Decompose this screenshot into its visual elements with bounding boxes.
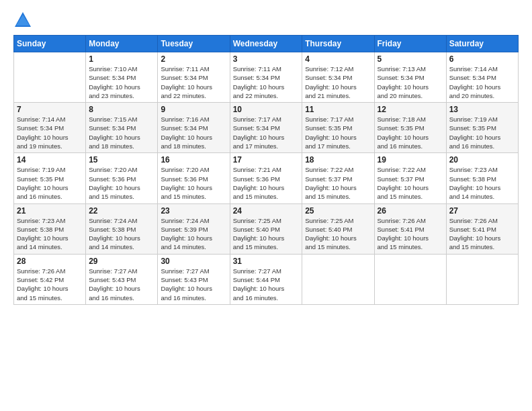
day-info: Sunrise: 7:14 AMSunset: 5:34 PMDaylight:… (449, 64, 515, 100)
week-row-3: 14Sunrise: 7:19 AMSunset: 5:35 PMDayligh… (14, 153, 519, 203)
day-header-saturday: Saturday (446, 36, 518, 52)
day-info: Sunrise: 7:14 AMSunset: 5:34 PMDaylight:… (17, 115, 83, 150)
svg-marker-1 (16, 15, 30, 26)
day-header-sunday: Sunday (14, 36, 86, 52)
day-info: Sunrise: 7:27 AMSunset: 5:43 PMDaylight:… (89, 267, 154, 302)
day-info: Sunrise: 7:26 AMSunset: 5:42 PMDaylight:… (17, 267, 83, 302)
day-cell (302, 254, 374, 304)
day-cell: 7Sunrise: 7:14 AMSunset: 5:34 PMDaylight… (14, 103, 86, 153)
day-header-thursday: Thursday (302, 36, 374, 52)
day-cell: 13Sunrise: 7:19 AMSunset: 5:35 PMDayligh… (446, 103, 518, 153)
day-cell: 8Sunrise: 7:15 AMSunset: 5:34 PMDaylight… (86, 103, 158, 153)
day-number: 2 (161, 54, 226, 64)
day-info: Sunrise: 7:21 AMSunset: 5:36 PMDaylight:… (233, 165, 300, 201)
day-number: 30 (161, 257, 226, 266)
day-number: 24 (233, 206, 300, 216)
day-cell: 22Sunrise: 7:24 AMSunset: 5:38 PMDayligh… (86, 203, 158, 254)
day-info: Sunrise: 7:23 AMSunset: 5:38 PMDaylight:… (449, 165, 515, 201)
day-number: 27 (449, 206, 515, 216)
day-cell: 31Sunrise: 7:27 AMSunset: 5:44 PMDayligh… (230, 254, 302, 304)
day-info: Sunrise: 7:26 AMSunset: 5:41 PMDaylight:… (378, 216, 443, 252)
day-info: Sunrise: 7:16 AMSunset: 5:34 PMDaylight:… (161, 115, 226, 150)
day-number: 31 (233, 257, 300, 266)
day-number: 10 (233, 105, 300, 114)
day-cell: 26Sunrise: 7:26 AMSunset: 5:41 PMDayligh… (374, 203, 446, 254)
day-info: Sunrise: 7:19 AMSunset: 5:35 PMDaylight:… (17, 165, 83, 201)
day-cell (446, 254, 518, 304)
day-cell: 14Sunrise: 7:19 AMSunset: 5:35 PMDayligh… (14, 153, 86, 203)
day-header-monday: Monday (86, 36, 158, 52)
day-cell: 30Sunrise: 7:27 AMSunset: 5:43 PMDayligh… (158, 254, 230, 304)
header (13, 11, 519, 30)
day-info: Sunrise: 7:17 AMSunset: 5:35 PMDaylight:… (305, 115, 371, 150)
day-number: 17 (233, 155, 300, 165)
day-info: Sunrise: 7:19 AMSunset: 5:35 PMDaylight:… (449, 115, 515, 150)
day-number: 18 (305, 155, 371, 165)
day-cell: 28Sunrise: 7:26 AMSunset: 5:42 PMDayligh… (14, 254, 86, 304)
day-info: Sunrise: 7:27 AMSunset: 5:44 PMDaylight:… (233, 267, 300, 302)
day-cell: 3Sunrise: 7:11 AMSunset: 5:34 PMDaylight… (230, 52, 302, 103)
day-number: 11 (305, 105, 371, 114)
day-number: 20 (449, 155, 515, 165)
day-cell: 2Sunrise: 7:11 AMSunset: 5:34 PMDaylight… (158, 52, 230, 103)
day-number: 21 (17, 206, 83, 216)
week-row-2: 7Sunrise: 7:14 AMSunset: 5:34 PMDaylight… (14, 103, 519, 153)
day-info: Sunrise: 7:13 AMSunset: 5:34 PMDaylight:… (378, 64, 443, 100)
day-info: Sunrise: 7:25 AMSunset: 5:40 PMDaylight:… (233, 216, 300, 252)
day-cell: 24Sunrise: 7:25 AMSunset: 5:40 PMDayligh… (230, 203, 302, 254)
day-cell: 20Sunrise: 7:23 AMSunset: 5:38 PMDayligh… (446, 153, 518, 203)
day-number: 16 (161, 155, 226, 165)
day-info: Sunrise: 7:20 AMSunset: 5:36 PMDaylight:… (89, 165, 154, 201)
day-number: 9 (161, 105, 226, 114)
day-number: 29 (89, 257, 154, 266)
day-cell: 6Sunrise: 7:14 AMSunset: 5:34 PMDaylight… (446, 52, 518, 103)
day-cell: 12Sunrise: 7:18 AMSunset: 5:35 PMDayligh… (374, 103, 446, 153)
day-cell: 10Sunrise: 7:17 AMSunset: 5:34 PMDayligh… (230, 103, 302, 153)
calendar-table: SundayMondayTuesdayWednesdayThursdayFrid… (13, 35, 519, 305)
day-cell (374, 254, 446, 304)
day-number: 6 (449, 54, 515, 64)
day-number: 15 (89, 155, 154, 165)
day-number: 13 (449, 105, 515, 114)
day-cell: 21Sunrise: 7:23 AMSunset: 5:38 PMDayligh… (14, 203, 86, 254)
day-info: Sunrise: 7:12 AMSunset: 5:34 PMDaylight:… (305, 64, 371, 100)
day-cell: 16Sunrise: 7:20 AMSunset: 5:36 PMDayligh… (158, 153, 230, 203)
day-info: Sunrise: 7:22 AMSunset: 5:37 PMDaylight:… (378, 165, 443, 201)
day-info: Sunrise: 7:10 AMSunset: 5:34 PMDaylight:… (89, 64, 154, 100)
day-info: Sunrise: 7:24 AMSunset: 5:39 PMDaylight:… (161, 216, 226, 252)
logo (13, 11, 35, 30)
day-cell: 11Sunrise: 7:17 AMSunset: 5:35 PMDayligh… (302, 103, 374, 153)
day-info: Sunrise: 7:18 AMSunset: 5:35 PMDaylight:… (378, 115, 443, 150)
day-info: Sunrise: 7:24 AMSunset: 5:38 PMDaylight:… (89, 216, 154, 252)
week-row-1: 1Sunrise: 7:10 AMSunset: 5:34 PMDaylight… (14, 52, 519, 103)
day-cell: 29Sunrise: 7:27 AMSunset: 5:43 PMDayligh… (86, 254, 158, 304)
day-cell: 25Sunrise: 7:25 AMSunset: 5:40 PMDayligh… (302, 203, 374, 254)
day-number: 12 (378, 105, 443, 114)
week-row-5: 28Sunrise: 7:26 AMSunset: 5:42 PMDayligh… (14, 254, 519, 304)
day-cell: 15Sunrise: 7:20 AMSunset: 5:36 PMDayligh… (86, 153, 158, 203)
day-info: Sunrise: 7:11 AMSunset: 5:34 PMDaylight:… (233, 64, 300, 100)
day-number: 19 (378, 155, 443, 165)
day-number: 4 (305, 54, 371, 64)
day-info: Sunrise: 7:17 AMSunset: 5:34 PMDaylight:… (233, 115, 300, 150)
day-cell: 17Sunrise: 7:21 AMSunset: 5:36 PMDayligh… (230, 153, 302, 203)
header-row: SundayMondayTuesdayWednesdayThursdayFrid… (14, 36, 519, 52)
day-number: 3 (233, 54, 300, 64)
day-cell: 18Sunrise: 7:22 AMSunset: 5:37 PMDayligh… (302, 153, 374, 203)
day-cell: 23Sunrise: 7:24 AMSunset: 5:39 PMDayligh… (158, 203, 230, 254)
day-cell: 19Sunrise: 7:22 AMSunset: 5:37 PMDayligh… (374, 153, 446, 203)
day-info: Sunrise: 7:22 AMSunset: 5:37 PMDaylight:… (305, 165, 371, 201)
day-number: 25 (305, 206, 371, 216)
day-number: 23 (161, 206, 226, 216)
day-cell: 9Sunrise: 7:16 AMSunset: 5:34 PMDaylight… (158, 103, 230, 153)
day-number: 8 (89, 105, 154, 114)
day-header-tuesday: Tuesday (158, 36, 230, 52)
day-number: 28 (17, 257, 83, 266)
day-cell: 27Sunrise: 7:26 AMSunset: 5:41 PMDayligh… (446, 203, 518, 254)
day-number: 14 (17, 155, 83, 165)
day-cell: 5Sunrise: 7:13 AMSunset: 5:34 PMDaylight… (374, 52, 446, 103)
day-info: Sunrise: 7:20 AMSunset: 5:36 PMDaylight:… (161, 165, 226, 201)
day-cell: 4Sunrise: 7:12 AMSunset: 5:34 PMDaylight… (302, 52, 374, 103)
logo-icon (13, 11, 32, 30)
day-number: 26 (378, 206, 443, 216)
